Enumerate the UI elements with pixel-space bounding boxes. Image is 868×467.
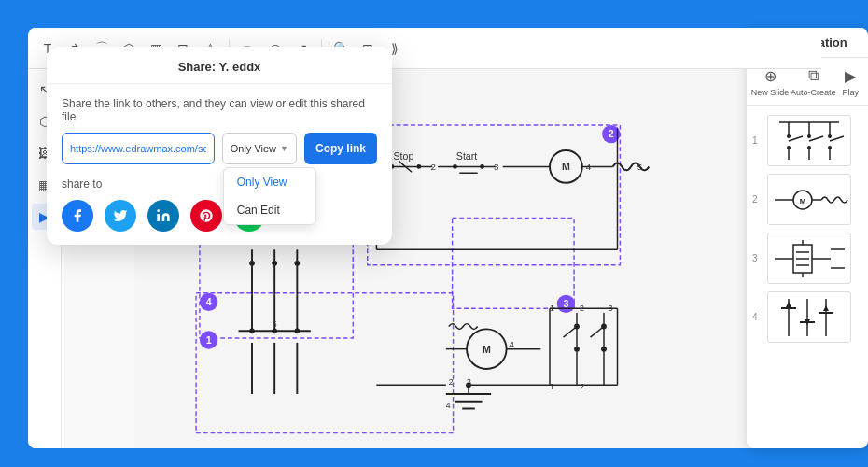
modal-description: Share the link to others, and they can v… xyxy=(62,97,377,123)
linkedin-icon xyxy=(156,208,171,223)
svg-point-97 xyxy=(828,134,832,138)
social-row xyxy=(62,200,377,232)
svg-text:Start: Start xyxy=(456,150,477,162)
dropdown-option-only-view[interactable]: Only View xyxy=(224,168,315,196)
slide-item-1[interactable]: 1 xyxy=(747,111,868,170)
slide-number-3: 3 xyxy=(752,253,762,263)
slide-3-svg xyxy=(770,235,849,282)
new-slide-button[interactable]: ⊕ New Slide xyxy=(751,65,790,97)
copy-link-button[interactable]: Copy link xyxy=(304,133,377,164)
svg-point-74 xyxy=(574,347,580,352)
svg-text:3: 3 xyxy=(494,162,498,172)
facebook-share-button[interactable] xyxy=(62,200,93,232)
svg-text:M: M xyxy=(483,344,491,355)
share-to-label: share to xyxy=(62,177,377,191)
svg-text:M: M xyxy=(562,161,570,172)
svg-text:4: 4 xyxy=(510,339,515,349)
svg-marker-129 xyxy=(823,305,829,311)
svg-point-96 xyxy=(807,134,811,138)
svg-text:M: M xyxy=(799,197,805,205)
slide-item-3[interactable]: 3 xyxy=(747,229,868,288)
svg-text:1: 1 xyxy=(550,382,554,391)
new-slide-label: New Slide xyxy=(751,88,790,97)
modal-header: Share: Y. eddx xyxy=(47,47,392,84)
svg-text:2: 2 xyxy=(430,162,435,172)
link-input[interactable] xyxy=(62,133,215,164)
linkedin-share-button[interactable] xyxy=(147,200,179,232)
slide-number-2: 2 xyxy=(752,194,762,205)
dropdown-menu: Only View Can Edit xyxy=(223,167,316,225)
svg-point-130 xyxy=(157,209,160,212)
twitter-icon xyxy=(113,208,128,223)
svg-point-33 xyxy=(416,164,421,169)
svg-text:5: 5 xyxy=(273,319,277,329)
link-row: Only View ▼ Only View Can Edit Copy link xyxy=(62,133,377,164)
dropdown-option-can-edit[interactable]: Can Edit xyxy=(224,196,315,224)
svg-text:3: 3 xyxy=(563,298,568,309)
dropdown-selected-label: Only View xyxy=(231,143,276,154)
slide-2-svg: M xyxy=(770,177,849,223)
svg-point-57 xyxy=(294,328,300,333)
auto-create-button[interactable]: ⧉ Auto-Create xyxy=(791,65,836,97)
svg-point-55 xyxy=(249,328,255,333)
svg-line-99 xyxy=(809,136,823,141)
svg-text:2: 2 xyxy=(449,377,454,387)
slide-item-4[interactable]: 4 xyxy=(747,288,868,347)
svg-point-95 xyxy=(787,134,791,138)
play-icon: ▶ xyxy=(837,65,863,86)
pinterest-share-button[interactable] xyxy=(190,200,222,232)
slide-number-4: 4 xyxy=(752,312,762,322)
svg-line-98 xyxy=(789,136,803,141)
play-button[interactable]: ▶ Play xyxy=(837,65,863,97)
right-panel: « Presentation ⊕ New Slide ⧉ Auto-Create… xyxy=(747,28,868,448)
svg-point-39 xyxy=(480,164,484,169)
dropdown-arrow-icon: ▼ xyxy=(280,144,288,153)
svg-text:4: 4 xyxy=(206,296,212,307)
twitter-share-button[interactable] xyxy=(105,200,136,232)
view-dropdown[interactable]: Only View ▼ Only View Can Edit xyxy=(222,133,297,164)
share-modal: Share: Y. eddx Share the link to others,… xyxy=(47,47,392,245)
svg-text:5: 5 xyxy=(637,162,642,172)
auto-create-label: Auto-Create xyxy=(791,88,836,97)
svg-text:Stop: Stop xyxy=(393,150,413,162)
svg-point-38 xyxy=(453,164,457,169)
svg-point-76 xyxy=(601,347,607,352)
pinterest-icon xyxy=(199,208,214,223)
svg-text:4: 4 xyxy=(446,401,451,410)
svg-marker-127 xyxy=(786,302,791,307)
slides-list: 1 xyxy=(747,106,868,448)
slide-thumb-2: M xyxy=(767,174,851,225)
slide-thumb-1 xyxy=(767,115,851,166)
modal-title: Share: Y. eddx xyxy=(178,60,261,74)
svg-text:1: 1 xyxy=(206,334,212,346)
svg-text:2: 2 xyxy=(609,128,614,139)
play-label: Play xyxy=(842,88,859,97)
slide-1-svg xyxy=(770,118,849,164)
slide-item-2[interactable]: 2 M xyxy=(747,170,868,229)
slide-number-1: 1 xyxy=(752,135,762,146)
modal-body: Share the link to others, and they can v… xyxy=(47,84,392,245)
slide-4-svg xyxy=(770,294,849,341)
svg-point-56 xyxy=(272,328,277,333)
svg-line-100 xyxy=(830,136,844,141)
facebook-icon xyxy=(70,208,85,223)
slide-thumb-4 xyxy=(767,291,851,343)
slide-thumb-3 xyxy=(767,233,851,284)
svg-text:2: 2 xyxy=(580,382,584,391)
